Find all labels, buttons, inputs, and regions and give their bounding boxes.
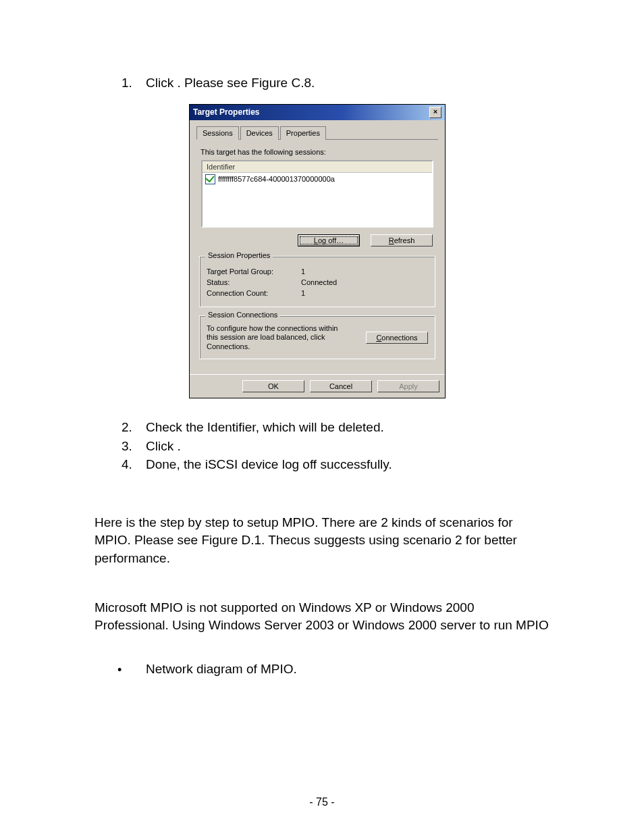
prop-label: Target Portal Group: (207, 267, 301, 276)
prop-label: Status: (207, 278, 301, 286)
session-connections-group: Session Connections To configure how the… (199, 315, 435, 359)
step-number: 4. (122, 456, 146, 473)
mpio-para-1: Here is the step by step to setup MPIO. … (95, 514, 549, 568)
target-properties-dialog: Target Properties × Sessions Devices Pro… (189, 104, 446, 398)
tab-properties[interactable]: Properties (280, 126, 326, 140)
document-page: 1. Click . Please see Figure C.8. Target… (0, 0, 644, 677)
tab-devices[interactable]: Devices (240, 126, 279, 140)
apply-button: Apply (377, 380, 439, 392)
group-title: Session Properties (205, 251, 273, 259)
prop-row: Target Portal Group: 1 (207, 267, 428, 276)
session-properties-group: Session Properties Target Portal Group: … (199, 256, 435, 307)
list-item[interactable]: ffffffff8577c684-400001370000000a (203, 173, 432, 186)
step-text: Click . (146, 438, 181, 455)
checkbox-icon[interactable] (205, 174, 215, 184)
logoff-button[interactable]: Log off… (298, 234, 360, 246)
dialog-body: Sessions Devices Properties This target … (190, 120, 445, 374)
refresh-button[interactable]: Refresh (371, 234, 433, 246)
connections-text: To configure how the connections within … (207, 324, 348, 352)
bullet-text: Network diagram of MPIO. (146, 662, 297, 677)
step-item: 2. Check the Identifier, which will be d… (122, 419, 549, 436)
steps-top: 1. Click . Please see Figure C.8. (122, 74, 549, 92)
step-item: 4. Done, the iSCSI device log off succes… (122, 456, 549, 473)
prop-label: Connection Count: (207, 289, 301, 297)
tab-sessions[interactable]: Sessions (196, 126, 239, 140)
step-text: Done, the iSCSI device log off successfu… (146, 456, 392, 473)
steps-bottom: 2. Check the Identifier, which will be d… (122, 419, 549, 473)
titlebar: Target Properties × (190, 105, 445, 120)
bullet-item: • Network diagram of MPIO. (117, 662, 549, 677)
mpio-para-2: Microsoft MPIO is not supported on Windo… (95, 599, 549, 635)
step-number: 1. (122, 74, 146, 92)
step-number: 3. (122, 438, 146, 455)
close-icon[interactable]: × (429, 107, 441, 118)
step-item: 1. Click . Please see Figure C.8. (122, 74, 549, 92)
dialog-title: Target Properties (193, 107, 259, 117)
ok-button[interactable]: OK (242, 380, 304, 392)
sessions-listbox[interactable]: Identifier ffffffff8577c684-400001370000… (201, 160, 433, 228)
list-header: Identifier (203, 161, 432, 173)
prop-value: 1 (301, 289, 305, 297)
prop-row: Status: Connected (207, 278, 428, 286)
prop-row: Connection Count: 1 (207, 289, 428, 297)
group-title: Session Connections (205, 311, 280, 319)
step-item: 3. Click . (122, 438, 549, 455)
cancel-button[interactable]: Cancel (310, 380, 372, 392)
step-text: Check the Identifier, which will be dele… (146, 419, 384, 436)
prop-value: 1 (301, 267, 305, 276)
intro-text: This target has the following sessions: (200, 148, 438, 156)
step-number: 2. (122, 419, 146, 436)
bullet-icon: • (117, 663, 146, 678)
prop-value: Connected (301, 278, 337, 286)
step-text: Click . Please see Figure C.8. (146, 74, 315, 92)
connections-button[interactable]: Connections (366, 332, 428, 344)
tabs: Sessions Devices Properties (196, 126, 438, 140)
connections-row: To configure how the connections within … (207, 324, 428, 352)
list-button-row: Log off… Refresh (196, 234, 433, 246)
page-number: - 75 - (0, 796, 644, 808)
session-id: ffffffff8577c684-400001370000000a (218, 175, 335, 183)
dialog-bottom-row: OK Cancel Apply (190, 374, 445, 398)
